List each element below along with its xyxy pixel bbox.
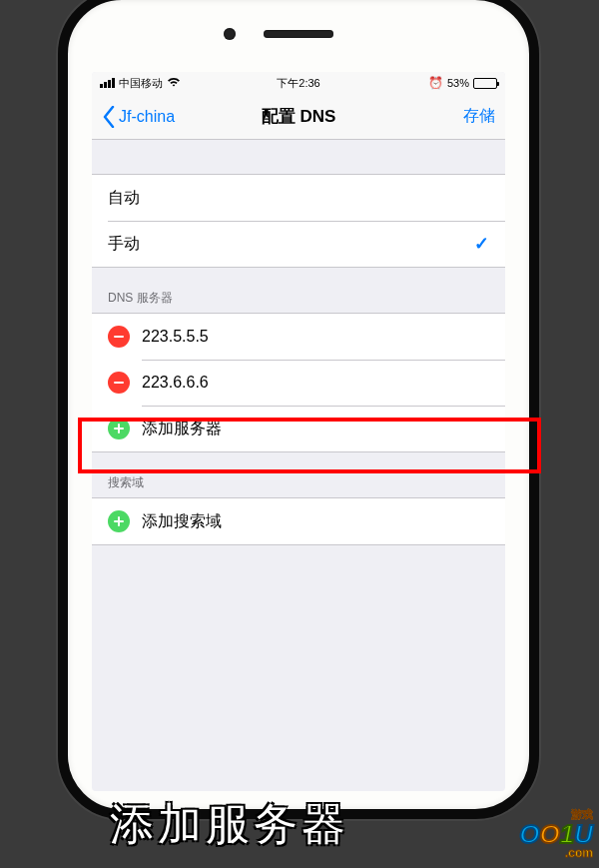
nav-bar: Jf-china 配置 DNS 存储 (92, 94, 505, 140)
dns-mode-manual[interactable]: 手动 ✓ (92, 221, 505, 267)
remove-icon[interactable] (108, 372, 130, 394)
save-button[interactable]: 存储 (463, 106, 495, 127)
back-button[interactable]: Jf-china (102, 106, 175, 128)
add-icon[interactable] (108, 418, 130, 439)
dns-mode-group: 自动 手动 ✓ (92, 174, 505, 268)
watermark: 游戏 OO1U .com (519, 819, 593, 860)
battery-icon (473, 78, 497, 89)
screen: 中国移动 下午2:36 ⏰ 53% Jf-china 配置 DNS 存储 (92, 72, 505, 791)
phone-speaker (264, 30, 333, 38)
phone-frame: 中国移动 下午2:36 ⏰ 53% Jf-china 配置 DNS 存储 (58, 0, 539, 819)
battery-pct: 53% (447, 77, 469, 89)
dns-server-value: 223.6.6.6 (142, 374, 209, 392)
status-time: 下午2:36 (277, 76, 319, 91)
status-bar: 中国移动 下午2:36 ⏰ 53% (92, 72, 505, 94)
search-domains-header: 搜索域 (92, 452, 505, 497)
remove-icon[interactable] (108, 326, 130, 348)
alarm-icon: ⏰ (428, 76, 443, 90)
dns-mode-auto[interactable]: 自动 (92, 175, 505, 221)
search-domains-group: 添加搜索域 (92, 497, 505, 545)
add-icon[interactable] (108, 510, 130, 532)
dns-server-value: 223.5.5.5 (142, 328, 209, 346)
add-search-domain-row[interactable]: 添加搜索域 (92, 498, 505, 544)
carrier-label: 中国移动 (119, 76, 163, 91)
back-label: Jf-china (119, 108, 175, 126)
dns-servers-group: 223.5.5.5 223.6.6.6 添加服务器 (92, 313, 505, 452)
cell-label: 自动 (108, 188, 140, 209)
checkmark-icon: ✓ (474, 233, 489, 255)
dns-server-row[interactable]: 223.6.6.6 (92, 360, 505, 406)
page-title: 配置 DNS (262, 105, 336, 128)
watermark-tag: 游戏 (571, 807, 593, 822)
dns-server-row[interactable]: 223.5.5.5 (92, 314, 505, 360)
wifi-icon (167, 76, 181, 90)
add-search-domain-label: 添加搜索域 (142, 511, 222, 532)
cell-signal-icon (100, 78, 115, 88)
chevron-left-icon (102, 106, 116, 128)
spacer (92, 140, 505, 174)
phone-camera (224, 28, 236, 40)
caption-text: 添加服务器 (0, 795, 599, 854)
dns-servers-header: DNS 服务器 (92, 268, 505, 313)
add-server-label: 添加服务器 (142, 419, 222, 439)
cell-label: 手动 (108, 234, 140, 255)
add-server-row[interactable]: 添加服务器 (92, 406, 505, 451)
